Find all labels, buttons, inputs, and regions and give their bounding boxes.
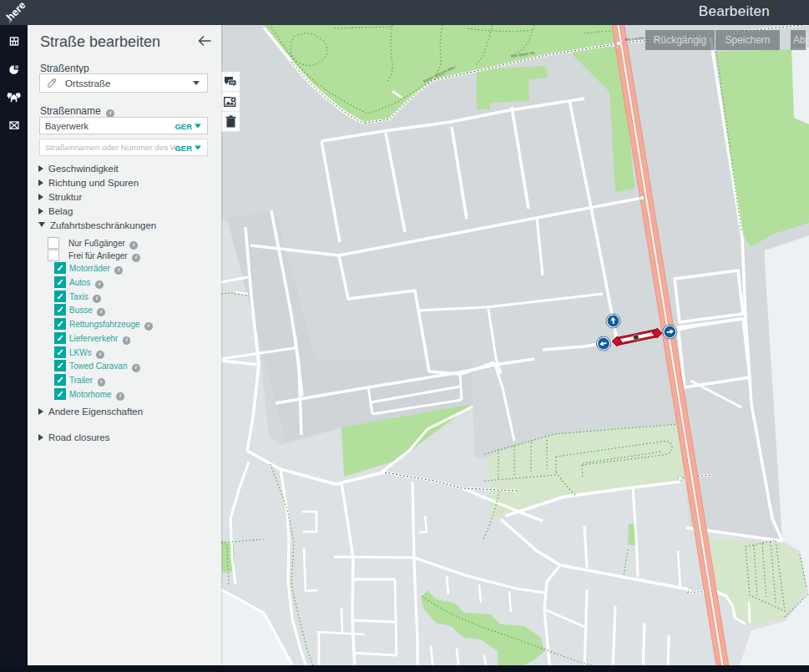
svg-text:here: here [4,0,28,23]
